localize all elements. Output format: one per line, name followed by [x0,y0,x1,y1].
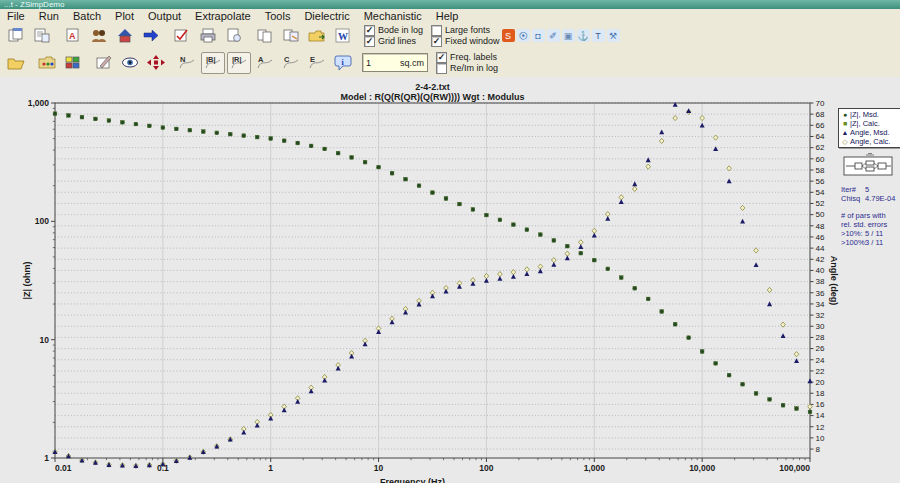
svg-text:100: 100 [479,463,493,473]
moon-icon[interactable]: ◘ [532,29,545,42]
folder-palette-button[interactable] [35,52,59,74]
plot-type-button-N[interactable]: N [175,52,199,74]
pen-icon[interactable]: ✐ [547,29,560,42]
svg-text:62: 62 [816,143,825,152]
svg-text:16: 16 [816,400,825,409]
checkbox-box[interactable] [431,25,442,36]
svg-text:28: 28 [816,333,825,342]
legend-label: Angle, Msd. [850,128,890,137]
edit-check-button[interactable] [170,25,194,47]
spacer [841,203,899,211]
sheets2-button[interactable] [30,25,54,47]
folder-export-button[interactable] [305,25,329,47]
move-button[interactable] [144,52,168,74]
checkbox-grid-lines[interactable]: ✓Grid lines [364,36,423,47]
checkbox-label: Fixed window [445,36,500,46]
bode-plot-canvas: 2-4-2.txtModel : R(Q(R(QR)(Q(RW)))) Wgt … [0,77,900,483]
svg-text:0.01: 0.01 [55,463,72,473]
stat-value: 4.79E-04 [865,194,895,203]
window-title: ...t - ZSimpDemo [4,0,64,9]
plot-type-button-C[interactable]: C [279,52,303,74]
fit-statistics: Iter#5Chisq4.79E-04# of pars withrel. st… [841,185,899,247]
menu-mechanistic[interactable]: Mechanistic [357,9,429,23]
svg-text:14: 14 [816,411,825,420]
wrench-icon[interactable]: ⚒ [607,29,620,42]
stat-error-row: >10%:5 / 11 [841,229,899,238]
menu-file[interactable]: File [0,9,32,23]
checkbox-box[interactable]: ✓ [364,25,375,36]
legend-label: |Z|, Calc. [850,119,880,128]
print-preview-button[interactable] [222,25,246,47]
menu-dielectric[interactable]: Dielectric [297,9,356,23]
area-field[interactable]: 1sq.cm [362,53,428,72]
pin-icon[interactable]: ⦿ [517,29,530,42]
people-button[interactable] [87,25,111,47]
stat-label: Chisq [841,194,865,203]
open-folder-button[interactable] [4,52,28,74]
svg-text:A: A [258,55,264,64]
shirt-icon[interactable]: T [592,29,605,42]
equivalent-circuit-thumbnail[interactable] [843,153,893,179]
arrow-right-button[interactable] [139,25,163,47]
menu-run[interactable]: Run [32,9,66,23]
checkbox-box[interactable]: ✓ [436,52,447,63]
svg-text:C: C [284,55,290,64]
plot-legend: ●|Z|, Msd.■|Z|, Calc.▲Angle, Msd.◇Angle,… [838,108,900,148]
svg-text:1,000: 1,000 [28,98,50,108]
legend-label: Angle, Calc. [850,137,890,146]
checkbox-large-fonts[interactable]: Large fonts [431,25,500,36]
svg-text:48: 48 [816,222,825,231]
menu-output[interactable]: Output [141,9,188,23]
title-bar: ...t - ZSimpDemo [0,0,900,9]
options-column-3: ✓Freq. labelsRe/Im in log [436,52,498,74]
svg-text:1,000: 1,000 [584,463,606,473]
checkbox-fixed-window[interactable]: ✓Fixed window [431,36,500,47]
square-marker: ■ [841,120,849,127]
menu-plot[interactable]: Plot [108,9,141,23]
checkbox-box[interactable]: ✓ [431,36,442,47]
screen-icon[interactable]: ▣ [562,29,575,42]
svg-text:100: 100 [35,216,49,226]
checkbox-bode-in-log[interactable]: ✓Bode in log [364,25,423,36]
svg-text:N: N [180,55,185,64]
area-value[interactable]: 1 [366,58,371,68]
checkbox-re-im-in-log[interactable]: Re/Im in log [436,63,498,74]
svg-text:10: 10 [40,335,50,345]
tiles-button[interactable] [61,52,85,74]
word-button[interactable]: W [331,25,355,47]
checkbox-box[interactable] [436,63,447,74]
svg-text:32: 32 [816,311,825,320]
menu-extrapolate[interactable]: Extrapolate [188,9,258,23]
eye-button[interactable] [118,52,142,74]
plot-type-button-R[interactable]: |R| [227,52,251,74]
toolbar-separator [247,27,252,45]
home-button[interactable] [113,25,137,47]
svg-text:34: 34 [816,300,825,309]
anchor-icon[interactable]: ⚓ [577,29,590,42]
menu-help[interactable]: Help [429,9,466,23]
menu-bar: FileRunBatchPlotOutputExtrapolateToolsDi… [0,9,900,24]
svg-text:1: 1 [44,453,49,463]
toolbar-separator [86,54,91,72]
textfile-button[interactable]: A [61,25,85,47]
copy-pages-button[interactable] [253,25,277,47]
plot-type-button-E[interactable]: E [305,52,329,74]
svg-text:24: 24 [816,356,825,365]
svg-text:38: 38 [816,277,825,286]
plot-type-button-B[interactable]: |B| [201,52,225,74]
menu-batch[interactable]: Batch [66,9,108,23]
sheets-button[interactable] [4,25,28,47]
checkbox-freq-labels[interactable]: ✓Freq. labels [436,52,498,63]
svg-text:36: 36 [816,289,825,298]
plot-type-button-A[interactable]: A [253,52,277,74]
print-button[interactable] [196,25,220,47]
info-button[interactable]: i [331,52,355,74]
svg-text:42: 42 [816,255,825,264]
checkbox-box[interactable]: ✓ [364,36,375,47]
sign-button[interactable] [92,52,116,74]
svg-text:52: 52 [816,199,825,208]
s-logo[interactable]: S [502,29,515,42]
copy-export-button[interactable] [279,25,303,47]
menu-tools[interactable]: Tools [258,9,298,23]
area-unit-label: sq.cm [400,58,424,68]
